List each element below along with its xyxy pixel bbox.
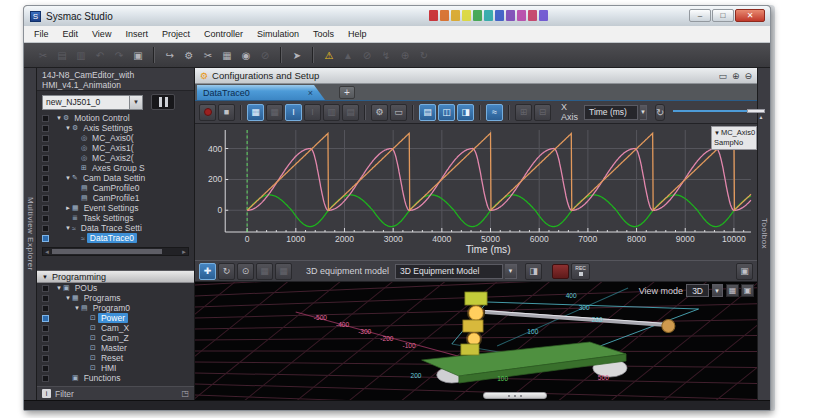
tree-expander-icon[interactable]: ▼: [73, 305, 81, 311]
marquee-zoom-icon[interactable]: ▭: [718, 71, 727, 81]
tree-expander-icon[interactable]: ▼: [64, 175, 72, 181]
tree-item-event-settings[interactable]: ►▦Event Settings: [37, 203, 194, 213]
tree-item-axes-group-s[interactable]: ⊞Axes Group S: [37, 163, 194, 173]
trace-tool-button[interactable]: ▭: [390, 104, 407, 121]
menu-view[interactable]: View: [85, 27, 118, 41]
trace-tool-button[interactable]: I: [304, 104, 321, 121]
tree-item-camprofile0[interactable]: ▤CamProfile0: [37, 183, 194, 193]
toolbar-button[interactable]: ▦: [218, 46, 236, 64]
scroll-right-icon[interactable]: ►: [181, 248, 187, 256]
device-toggle-button[interactable]: [151, 94, 175, 110]
splitter-handle[interactable]: [483, 392, 547, 399]
tree-item-cam-data-settin[interactable]: ▼✎Cam Data Settin: [37, 173, 194, 183]
menu-simulation[interactable]: Simulation: [250, 27, 306, 41]
trace-tool-button[interactable]: ≈: [486, 104, 503, 121]
record-button[interactable]: [199, 104, 216, 121]
tree-item-pous[interactable]: ▼▣POUs: [37, 283, 194, 293]
minimize-button[interactable]: –: [689, 9, 711, 22]
menu-help[interactable]: Help: [341, 27, 374, 41]
scroll-left-icon[interactable]: ◄: [44, 248, 50, 256]
toolbar-button[interactable]: ◉: [237, 46, 255, 64]
toolbar-button[interactable]: ▲: [339, 46, 357, 64]
tree-item-power[interactable]: ⊡Power: [37, 313, 194, 323]
trace-tool-button[interactable]: ▤: [342, 104, 359, 121]
3d-nav-button[interactable]: ▦: [275, 263, 292, 280]
zoom-in-icon[interactable]: ⊕: [732, 71, 740, 81]
scrollbar-thumb[interactable]: [52, 249, 162, 254]
tree-item-cam-x[interactable]: ⊡Cam_X: [37, 323, 194, 333]
tree-expander-icon[interactable]: ▼: [55, 285, 63, 291]
toolbar-button[interactable]: ↶: [91, 46, 109, 64]
maximize-button[interactable]: □: [712, 9, 734, 22]
3d-nav-button[interactable]: ⊙: [237, 263, 254, 280]
trace-tool-button[interactable]: ⊟: [534, 104, 551, 121]
tree-expander-icon[interactable]: ►: [64, 205, 72, 211]
tab-close-icon[interactable]: ×: [308, 88, 313, 98]
menu-controller[interactable]: Controller: [197, 27, 250, 41]
x-axis-dropdown-caret-icon[interactable]: ▼: [640, 105, 647, 120]
toolbar-button[interactable]: ▤: [53, 46, 71, 64]
zoom-out-icon[interactable]: ⊖: [744, 71, 752, 81]
tree-item-data-trace-setti[interactable]: ▼≈Data Trace Setti: [37, 223, 194, 233]
tree-item-camprofile1[interactable]: ▤CamProfile1: [37, 193, 194, 203]
trace-tool-button[interactable]: ■: [218, 104, 235, 121]
menu-edit[interactable]: Edit: [56, 27, 86, 41]
view-mode-button[interactable]: ▦: [726, 284, 739, 297]
tree-item-mc-axis2-[interactable]: ◎MC_Axis2(: [37, 153, 194, 163]
trace-tool-button[interactable]: ▤: [419, 104, 436, 121]
tree-item-master[interactable]: ⊡Master: [37, 343, 194, 353]
toolbar-button[interactable]: ⊘: [358, 46, 376, 64]
record-indicator-button[interactable]: [552, 264, 569, 279]
pop-out-button[interactable]: ▣: [736, 263, 753, 280]
filter-label[interactable]: Filter: [55, 389, 74, 399]
toolbar-button[interactable]: ➤: [288, 46, 306, 64]
tab-datatrace0[interactable]: DataTrace0 ×: [197, 85, 325, 100]
toolbar-button[interactable]: ▣: [129, 46, 147, 64]
refresh-button[interactable]: ↻: [655, 104, 665, 121]
toolbar-button[interactable]: ▥: [72, 46, 90, 64]
trace-tool-button[interactable]: ▥: [323, 104, 340, 121]
toolbar-button[interactable]: ↻: [415, 46, 433, 64]
tree-item-datatrace0[interactable]: ≈DataTrace0: [37, 233, 194, 243]
trace-tool-button[interactable]: ⊞: [515, 104, 532, 121]
tree-item-motion-control[interactable]: ▼⚙Motion Control: [37, 113, 194, 123]
tree-expander-icon[interactable]: ▼: [64, 125, 72, 131]
sidebar-horizontal-scrollbar[interactable]: ◄ ►: [42, 247, 189, 256]
add-tab-button[interactable]: +: [339, 86, 355, 99]
filter-expand-icon[interactable]: ◳: [181, 389, 189, 398]
3d-display-button[interactable]: ◨: [525, 263, 542, 280]
view-mode-dropdown[interactable]: 3D: [686, 284, 709, 297]
trace-tool-button[interactable]: ▦: [266, 104, 283, 121]
toolbar-button[interactable]: ⚙: [180, 46, 198, 64]
tree-item-mc-axis1-[interactable]: ◎MC_Axis1(: [37, 143, 194, 153]
data-trace-chart[interactable]: 0200400010002000300040005000600070008000…: [195, 124, 757, 260]
menu-project[interactable]: Project: [155, 27, 197, 41]
tree-item-functions[interactable]: ▣Functions: [37, 373, 194, 383]
trace-legend[interactable]: ▼MC_Axis0 SampNo: [711, 126, 757, 150]
toolbar-button[interactable]: ↯: [377, 46, 395, 64]
tree-item-axis-settings[interactable]: ▼⚙Axis Settings: [37, 123, 194, 133]
trace-tool-button[interactable]: ◨: [457, 104, 474, 121]
view-mode-caret-icon[interactable]: ▼: [712, 284, 723, 297]
tree-expander-icon[interactable]: ▼: [64, 225, 72, 231]
toolbar-button[interactable]: ✂: [199, 46, 217, 64]
3d-equipment-view[interactable]: -500-400-300-200-10050040030020010020010…: [195, 282, 757, 400]
device-dropdown-caret-icon[interactable]: ▼: [130, 95, 143, 110]
toolbar-button[interactable]: ✂: [34, 46, 52, 64]
3d-nav-button[interactable]: ↻: [218, 263, 235, 280]
tree-expander-icon[interactable]: ▼: [55, 115, 63, 121]
rec-button[interactable]: REC: [571, 263, 590, 280]
menu-tools[interactable]: Tools: [306, 27, 341, 41]
close-button[interactable]: ✕: [735, 9, 765, 22]
toolbar-button[interactable]: ↷: [110, 46, 128, 64]
multiview-explorer-strip[interactable]: Multiview Explorer: [24, 68, 37, 400]
x-axis-dropdown[interactable]: Time (ms): [584, 105, 638, 120]
3d-nav-button[interactable]: ▦: [256, 263, 273, 280]
tree-item-hmi[interactable]: ⊡HMI: [37, 363, 194, 373]
device-dropdown[interactable]: new_NJ501_0: [42, 95, 130, 110]
3d-model-dropdown-caret-icon[interactable]: ▼: [505, 264, 517, 279]
trace-tool-button[interactable]: ◫: [438, 104, 455, 121]
playback-position-slider[interactable]: ▲: [673, 104, 765, 120]
view-mode-button[interactable]: ▣: [741, 284, 754, 297]
3d-nav-button[interactable]: ✚: [199, 263, 216, 280]
